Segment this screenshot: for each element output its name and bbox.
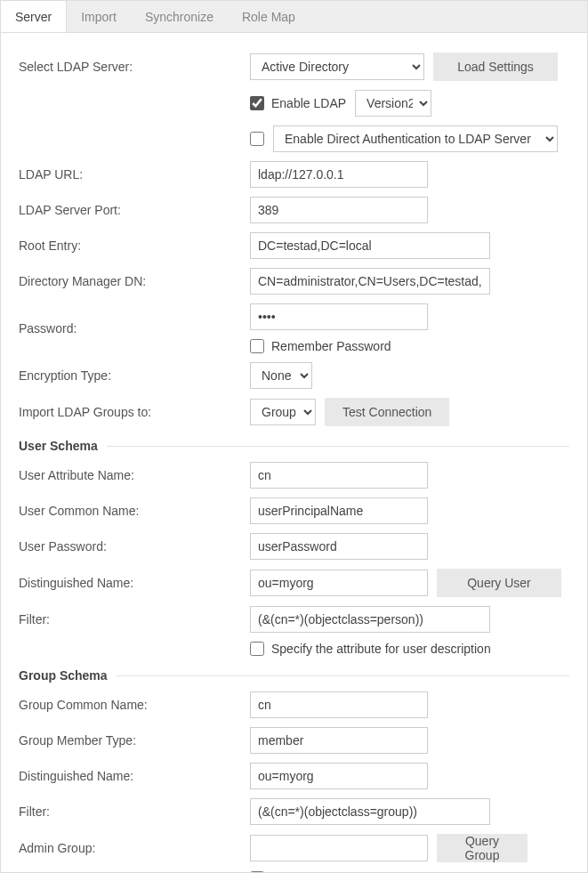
label-admin-group: Admin Group: [19,841,250,855]
label-user-pw: User Password: [19,539,250,554]
label-root-entry: Root Entry: [19,238,250,253]
load-settings-button[interactable]: Load Settings [433,53,558,81]
tab-role-map[interactable]: Role Map [228,1,310,32]
label-ldap-url: LDAP URL: [19,167,250,182]
user-filter-input[interactable] [250,606,490,633]
tab-import[interactable]: Import [67,1,131,32]
admin-group-input[interactable] [250,835,428,861]
label-select-server: Select LDAP Server: [19,60,250,74]
label-enable-ldap: Enable LDAP [271,96,346,110]
label-remember-password: Remember Password [271,339,391,353]
root-entry-input[interactable] [250,232,490,259]
group-member-input[interactable] [250,727,428,754]
label-dir-mgr-dn: Directory Manager DN: [19,274,250,288]
group-filter-input[interactable] [250,798,490,825]
direct-auth-select[interactable]: Enable Direct Authentication to LDAP Ser… [273,125,558,152]
label-group-filter: Filter: [19,804,250,819]
label-group-dn: Distinguished Name: [19,769,250,783]
label-server-port: LDAP Server Port: [19,203,250,217]
form-body: Select LDAP Server: Active Directory Loa… [1,33,587,873]
label-group-common: Group Common Name: [19,698,250,712]
query-group-button[interactable]: Query Group [437,834,528,862]
label-spec-user-desc: Specify the attribute for user descripti… [271,642,491,656]
user-password-input[interactable] [250,533,428,560]
query-user-button[interactable]: Query User [437,569,561,597]
tabs-bar: Server Import Synchronize Role Map [1,1,587,33]
label-group-member: Group Member Type: [19,733,250,748]
label-enc-type: Encryption Type: [19,368,250,383]
user-dn-input[interactable] [250,570,428,596]
remember-password-checkbox[interactable] [250,339,264,353]
enable-ldap-checkbox[interactable] [250,96,264,110]
import-groups-select[interactable]: Group [250,399,316,425]
server-port-input[interactable] [250,197,428,223]
user-attr-input[interactable] [250,462,428,489]
label-user-filter: Filter: [19,612,250,626]
dir-mgr-dn-input[interactable] [250,268,490,295]
version-select[interactable]: Version2 [355,90,431,117]
test-connection-button[interactable]: Test Connection [325,398,449,426]
label-user-dn: Distinguished Name: [19,576,250,590]
user-schema-heading: User Schema [19,439,569,453]
spec-user-desc-checkbox[interactable] [250,642,264,656]
label-password: Password: [19,321,250,335]
ldap-url-input[interactable] [250,161,428,188]
group-common-input[interactable] [250,691,428,718]
enable-direct-auth-checkbox[interactable] [250,132,264,146]
label-user-common: User Common Name: [19,504,250,518]
tab-server[interactable]: Server [1,1,67,32]
label-user-attr: User Attribute Name: [19,468,250,482]
user-common-input[interactable] [250,497,428,524]
group-dn-input[interactable] [250,763,428,789]
encryption-type-select[interactable]: None [250,362,312,389]
tab-synchronize[interactable]: Synchronize [131,1,228,32]
label-import-groups: Import LDAP Groups to: [19,405,250,419]
select-ldap-server[interactable]: Active Directory [250,53,424,80]
group-schema-heading: Group Schema [19,668,569,683]
ldap-settings-panel: Server Import Synchronize Role Map Selec… [0,0,588,873]
password-input[interactable] [250,303,428,330]
